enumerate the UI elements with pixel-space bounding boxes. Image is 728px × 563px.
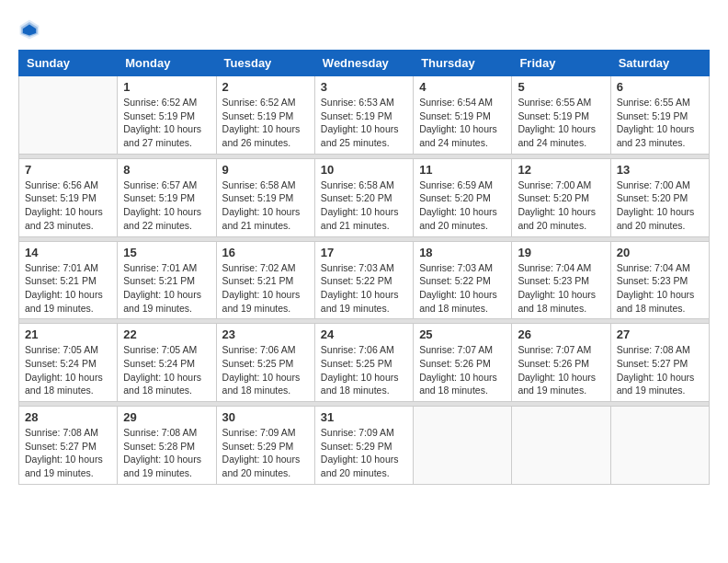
day-number: 12: [518, 163, 604, 177]
calendar-cell: 22Sunrise: 7:05 AMSunset: 5:24 PMDayligh…: [118, 324, 216, 402]
calendar-cell: 28Sunrise: 7:08 AMSunset: 5:27 PMDayligh…: [19, 407, 118, 485]
calendar-cell: 29Sunrise: 7:08 AMSunset: 5:28 PMDayligh…: [118, 407, 216, 485]
calendar-cell: 4Sunrise: 6:54 AMSunset: 5:19 PMDaylight…: [414, 76, 512, 155]
calendar-cell: 23Sunrise: 7:06 AMSunset: 5:25 PMDayligh…: [216, 324, 314, 402]
week-row-1: 1Sunrise: 6:52 AMSunset: 5:19 PMDaylight…: [19, 76, 710, 155]
weekday-header-wednesday: Wednesday: [314, 51, 413, 76]
page-header: [18, 18, 710, 40]
calendar-cell: 3Sunrise: 6:53 AMSunset: 5:19 PMDaylight…: [314, 76, 413, 155]
day-number: 16: [222, 246, 309, 259]
day-info: Sunrise: 7:00 AMSunset: 5:20 PMDaylight:…: [617, 178, 703, 233]
day-info: Sunrise: 7:05 AMSunset: 5:24 PMDaylight:…: [25, 343, 111, 397]
day-info: Sunrise: 7:08 AMSunset: 5:27 PMDaylight:…: [25, 426, 111, 480]
day-info: Sunrise: 7:04 AMSunset: 5:23 PMDaylight:…: [617, 261, 703, 316]
calendar-cell: 24Sunrise: 7:06 AMSunset: 5:25 PMDayligh…: [314, 324, 413, 402]
day-number: 26: [518, 327, 604, 341]
day-info: Sunrise: 7:08 AMSunset: 5:28 PMDaylight:…: [123, 426, 210, 480]
day-info: Sunrise: 7:07 AMSunset: 5:26 PMDaylight:…: [518, 343, 604, 397]
day-info: Sunrise: 7:05 AMSunset: 5:24 PMDaylight:…: [123, 343, 210, 397]
day-number: 22: [123, 327, 210, 341]
week-row-2: 7Sunrise: 6:56 AMSunset: 5:19 PMDaylight…: [19, 158, 710, 236]
day-number: 29: [123, 410, 210, 424]
calendar-cell: 15Sunrise: 7:01 AMSunset: 5:21 PMDayligh…: [118, 241, 216, 319]
calendar-cell: [414, 407, 512, 485]
calendar-cell: 9Sunrise: 6:58 AMSunset: 5:19 PMDaylight…: [216, 158, 314, 236]
calendar-cell: 16Sunrise: 7:02 AMSunset: 5:21 PMDayligh…: [216, 241, 314, 319]
day-number: 19: [518, 246, 604, 259]
calendar-cell: [610, 407, 709, 485]
day-info: Sunrise: 7:01 AMSunset: 5:21 PMDaylight:…: [123, 261, 210, 316]
day-number: 6: [617, 80, 703, 94]
calendar-cell: 18Sunrise: 7:03 AMSunset: 5:22 PMDayligh…: [414, 241, 512, 319]
calendar-cell: 30Sunrise: 7:09 AMSunset: 5:29 PMDayligh…: [216, 407, 314, 485]
day-number: 27: [617, 327, 703, 341]
calendar-cell: 21Sunrise: 7:05 AMSunset: 5:24 PMDayligh…: [19, 324, 118, 402]
day-number: 10: [321, 163, 407, 177]
weekday-header-sunday: Sunday: [19, 51, 118, 76]
day-info: Sunrise: 6:56 AMSunset: 5:19 PMDaylight:…: [25, 178, 111, 233]
day-number: 5: [518, 80, 604, 94]
calendar-cell: 6Sunrise: 6:55 AMSunset: 5:19 PMDaylight…: [610, 76, 709, 155]
day-number: 8: [123, 163, 210, 177]
day-number: 15: [123, 246, 210, 259]
day-number: 25: [419, 327, 506, 341]
day-number: 24: [321, 327, 407, 341]
day-number: 28: [25, 410, 111, 424]
day-info: Sunrise: 7:04 AMSunset: 5:23 PMDaylight:…: [518, 261, 604, 316]
day-info: Sunrise: 6:58 AMSunset: 5:20 PMDaylight:…: [321, 178, 407, 233]
day-number: 21: [25, 327, 111, 341]
day-info: Sunrise: 7:09 AMSunset: 5:29 PMDaylight:…: [321, 426, 407, 480]
weekday-header-tuesday: Tuesday: [216, 51, 314, 76]
calendar-cell: [512, 407, 610, 485]
calendar-cell: 11Sunrise: 6:59 AMSunset: 5:20 PMDayligh…: [414, 158, 512, 236]
calendar-cell: 19Sunrise: 7:04 AMSunset: 5:23 PMDayligh…: [512, 241, 610, 319]
calendar-cell: 14Sunrise: 7:01 AMSunset: 5:21 PMDayligh…: [19, 241, 118, 319]
day-number: 20: [617, 246, 703, 259]
day-number: 4: [419, 80, 506, 94]
weekday-header-thursday: Thursday: [414, 51, 512, 76]
day-number: 2: [222, 80, 309, 94]
weekday-header-saturday: Saturday: [610, 51, 709, 76]
day-info: Sunrise: 6:58 AMSunset: 5:19 PMDaylight:…: [222, 178, 309, 233]
day-number: 3: [321, 80, 407, 94]
day-info: Sunrise: 6:55 AMSunset: 5:19 PMDaylight:…: [518, 96, 604, 150]
day-info: Sunrise: 7:06 AMSunset: 5:25 PMDaylight:…: [222, 343, 309, 397]
week-row-4: 21Sunrise: 7:05 AMSunset: 5:24 PMDayligh…: [19, 324, 710, 402]
day-info: Sunrise: 7:03 AMSunset: 5:22 PMDaylight:…: [419, 261, 506, 316]
day-info: Sunrise: 7:07 AMSunset: 5:26 PMDaylight:…: [419, 343, 506, 397]
calendar-table: SundayMondayTuesdayWednesdayThursdayFrid…: [18, 50, 710, 485]
day-info: Sunrise: 6:55 AMSunset: 5:19 PMDaylight:…: [617, 96, 703, 150]
day-number: 30: [222, 410, 309, 424]
calendar-cell: 1Sunrise: 6:52 AMSunset: 5:19 PMDaylight…: [118, 76, 216, 155]
calendar-cell: 17Sunrise: 7:03 AMSunset: 5:22 PMDayligh…: [314, 241, 413, 319]
calendar-cell: 10Sunrise: 6:58 AMSunset: 5:20 PMDayligh…: [314, 158, 413, 236]
day-info: Sunrise: 6:53 AMSunset: 5:19 PMDaylight:…: [321, 96, 407, 150]
day-info: Sunrise: 7:00 AMSunset: 5:20 PMDaylight:…: [518, 178, 604, 233]
day-number: 13: [617, 163, 703, 177]
day-info: Sunrise: 7:08 AMSunset: 5:27 PMDaylight:…: [617, 343, 703, 397]
calendar-cell: 12Sunrise: 7:00 AMSunset: 5:20 PMDayligh…: [512, 158, 610, 236]
weekday-header-friday: Friday: [512, 51, 610, 76]
day-info: Sunrise: 7:03 AMSunset: 5:22 PMDaylight:…: [321, 261, 407, 316]
logo-icon: [18, 18, 40, 40]
calendar-cell: 2Sunrise: 6:52 AMSunset: 5:19 PMDaylight…: [216, 76, 314, 155]
calendar-cell: 20Sunrise: 7:04 AMSunset: 5:23 PMDayligh…: [610, 241, 709, 319]
day-number: 9: [222, 163, 309, 177]
calendar-cell: 5Sunrise: 6:55 AMSunset: 5:19 PMDaylight…: [512, 76, 610, 155]
calendar-cell: 31Sunrise: 7:09 AMSunset: 5:29 PMDayligh…: [314, 407, 413, 485]
day-info: Sunrise: 7:06 AMSunset: 5:25 PMDaylight:…: [321, 343, 407, 397]
day-info: Sunrise: 6:54 AMSunset: 5:19 PMDaylight:…: [419, 96, 506, 150]
day-info: Sunrise: 7:02 AMSunset: 5:21 PMDaylight:…: [222, 261, 309, 316]
day-number: 14: [25, 246, 111, 259]
week-row-5: 28Sunrise: 7:08 AMSunset: 5:27 PMDayligh…: [19, 407, 710, 485]
weekday-header-row: SundayMondayTuesdayWednesdayThursdayFrid…: [19, 51, 710, 76]
day-number: 17: [321, 246, 407, 259]
logo: [18, 18, 44, 40]
day-number: 31: [321, 410, 407, 424]
day-number: 23: [222, 327, 309, 341]
day-info: Sunrise: 6:59 AMSunset: 5:20 PMDaylight:…: [419, 178, 506, 233]
day-info: Sunrise: 6:52 AMSunset: 5:19 PMDaylight:…: [123, 96, 210, 150]
calendar-cell: 27Sunrise: 7:08 AMSunset: 5:27 PMDayligh…: [610, 324, 709, 402]
day-number: 11: [419, 163, 506, 177]
calendar-cell: 13Sunrise: 7:00 AMSunset: 5:20 PMDayligh…: [610, 158, 709, 236]
